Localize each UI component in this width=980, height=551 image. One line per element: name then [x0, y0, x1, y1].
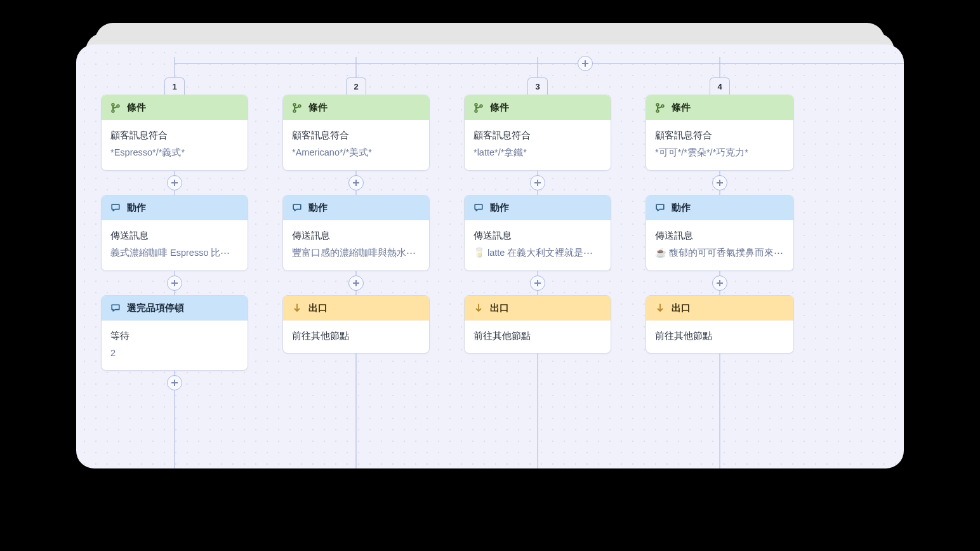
branch-column-2: 2條件顧客訊息符合*Americano*/*美式*動作傳送訊息豐富口感的濃縮咖啡… [283, 57, 429, 468]
condition-header: 條件 [283, 95, 429, 120]
branch-number-tab[interactable]: 4 [710, 77, 730, 95]
add-after-condition[interactable] [348, 171, 364, 195]
action-message: 義式濃縮咖啡 Espresso 比⋯ [110, 245, 239, 261]
add-after-action[interactable] [530, 271, 545, 295]
condition-pattern: *可可*/*雲朵*/*巧克力* [655, 145, 785, 161]
plus-icon [167, 375, 182, 390]
chat-icon [110, 303, 121, 313]
condition-label: 顧客訊息符合 [110, 128, 239, 143]
chat-icon [110, 202, 121, 213]
action-header: 動作 [465, 196, 611, 220]
arrow-down-icon [655, 303, 665, 313]
add-after-action[interactable] [167, 271, 182, 295]
pause-node[interactable]: 選完品項停頓等待2 [101, 295, 248, 371]
condition-pattern: *latte*/*拿鐵* [473, 145, 602, 161]
arrow-down-icon [292, 303, 302, 313]
wait-label: 等待 [110, 328, 239, 344]
action-label: 傳送訊息 [473, 228, 602, 244]
exit-header: 出口 [283, 296, 429, 321]
condition-title: 條件 [490, 102, 509, 114]
action-label: 傳送訊息 [110, 228, 239, 244]
branch-column-4: 4條件顧客訊息符合*可可*/*雲朵*/*巧克力*動作傳送訊息☕ 馥郁的可可香氣撲… [646, 57, 793, 468]
chat-icon [655, 202, 665, 213]
condition-pattern: *Americano*/*美式* [292, 145, 420, 161]
add-after-condition[interactable] [712, 171, 727, 195]
condition-label: 顧客訊息符合 [473, 128, 602, 143]
arrow-down-icon [473, 303, 484, 313]
chat-icon [292, 202, 302, 213]
add-after-condition[interactable] [167, 171, 182, 195]
action-header: 動作 [102, 196, 248, 220]
add-after-action[interactable] [712, 271, 727, 295]
exit-title: 出口 [672, 302, 691, 314]
action-label: 傳送訊息 [292, 228, 420, 244]
action-title: 動作 [127, 202, 146, 214]
branch-icon [110, 103, 121, 113]
exit-node[interactable]: 出口前往其他節點 [646, 295, 794, 354]
condition-pattern: *Espresso*/*義式* [110, 145, 239, 161]
action-header: 動作 [646, 196, 793, 220]
chat-icon [473, 202, 484, 213]
branch-icon [473, 103, 484, 113]
action-node[interactable]: 動作傳送訊息義式濃縮咖啡 Espresso 比⋯ [101, 195, 248, 271]
condition-header: 條件 [465, 95, 611, 120]
condition-title: 條件 [672, 102, 691, 114]
branch-column-1: 1條件顧客訊息符合*Espresso*/*義式*動作傳送訊息義式濃縮咖啡 Esp… [102, 57, 248, 468]
condition-header: 條件 [646, 95, 793, 120]
plus-icon [348, 175, 364, 190]
action-title: 動作 [308, 202, 328, 214]
branch-icon [292, 103, 302, 113]
exit-title: 出口 [308, 302, 328, 314]
condition-node[interactable]: 條件顧客訊息符合*latte*/*拿鐵* [464, 95, 611, 171]
condition-node[interactable]: 條件顧客訊息符合*可可*/*雲朵*/*巧克力* [646, 95, 794, 171]
branch-icon [655, 103, 665, 113]
action-message: ☕ 馥郁的可可香氣撲鼻而來⋯ [655, 245, 785, 261]
add-after-condition[interactable] [530, 171, 545, 195]
branch-number-tab[interactable]: 3 [527, 77, 548, 95]
action-message: 🥛 latte 在義大利文裡就是⋯ [473, 245, 602, 261]
pause-header: 選完品項停頓 [102, 296, 248, 321]
condition-title: 條件 [127, 102, 146, 114]
exit-label: 前往其他節點 [292, 328, 420, 344]
exit-label: 前往其他節點 [655, 328, 785, 344]
wait-value: 2 [110, 345, 239, 361]
exit-header: 出口 [465, 296, 611, 321]
action-node[interactable]: 動作傳送訊息🥛 latte 在義大利文裡就是⋯ [464, 195, 611, 271]
add-after-action[interactable] [348, 271, 364, 295]
condition-title: 條件 [308, 102, 328, 114]
flow-canvas[interactable]: 1條件顧客訊息符合*Espresso*/*義式*動作傳送訊息義式濃縮咖啡 Esp… [76, 44, 904, 468]
plus-icon [348, 276, 364, 291]
plus-icon [530, 276, 545, 291]
plus-icon [712, 175, 727, 190]
exit-node[interactable]: 出口前往其他節點 [282, 295, 430, 354]
exit-title: 出口 [490, 302, 509, 314]
plus-icon [167, 276, 182, 291]
condition-node[interactable]: 條件顧客訊息符合*Espresso*/*義式* [101, 95, 248, 171]
add-after-pause[interactable] [167, 371, 182, 395]
plus-icon [530, 175, 545, 190]
exit-node[interactable]: 出口前往其他節點 [464, 295, 611, 354]
action-header: 動作 [283, 196, 429, 220]
branch-number-tab[interactable]: 2 [346, 77, 366, 95]
action-node[interactable]: 動作傳送訊息☕ 馥郁的可可香氣撲鼻而來⋯ [646, 195, 794, 271]
action-message: 豐富口感的濃縮咖啡與熱水⋯ [292, 245, 420, 261]
branch-column-3: 3條件顧客訊息符合*latte*/*拿鐵*動作傳送訊息🥛 latte 在義大利文… [465, 57, 611, 468]
condition-header: 條件 [102, 95, 248, 120]
action-title: 動作 [490, 202, 509, 214]
action-node[interactable]: 動作傳送訊息豐富口感的濃縮咖啡與熱水⋯ [282, 195, 430, 271]
branch-number-tab[interactable]: 1 [164, 77, 185, 95]
plus-icon [167, 175, 182, 190]
condition-label: 顧客訊息符合 [292, 128, 420, 143]
action-title: 動作 [672, 202, 691, 214]
pause-title: 選完品項停頓 [127, 302, 184, 314]
exit-label: 前往其他節點 [473, 328, 602, 344]
condition-node[interactable]: 條件顧客訊息符合*Americano*/*美式* [282, 95, 430, 171]
plus-icon [712, 276, 727, 291]
action-label: 傳送訊息 [655, 228, 785, 244]
exit-header: 出口 [646, 296, 793, 321]
condition-label: 顧客訊息符合 [655, 128, 785, 143]
